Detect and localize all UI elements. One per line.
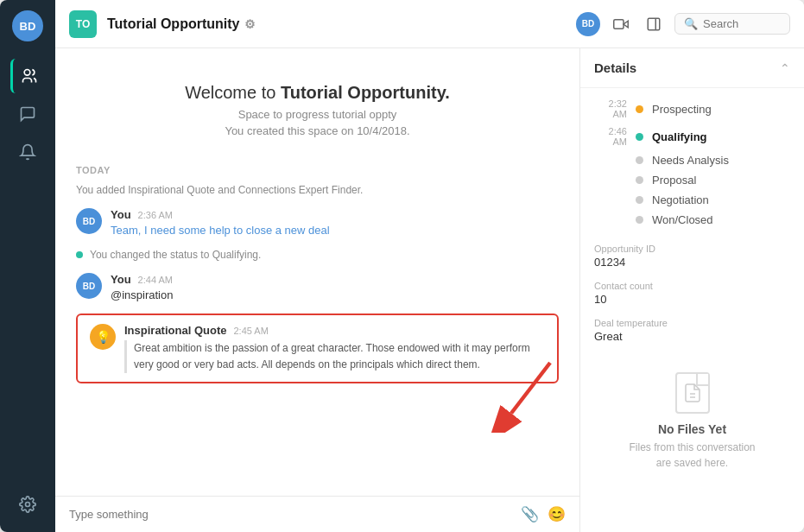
- chat-input-area: 📎 😊: [55, 496, 579, 532]
- stage-dot-1: [636, 133, 643, 141]
- msg-content-1: You 2:36 AM Team, I need some help to cl…: [111, 208, 559, 237]
- details-title: Details: [594, 60, 636, 75]
- svg-point-1: [26, 503, 30, 507]
- msg-content-2: You 2:44 AM @inspiration: [111, 273, 559, 301]
- stage-time-0: 2:32 AM: [594, 98, 627, 119]
- details-content: 2:32 AM Prospecting 2:46 AM Qualifying: [580, 88, 804, 532]
- stage-label-3: Proposal: [652, 174, 696, 187]
- svg-rect-3: [614, 19, 624, 28]
- stage-dot-3: [636, 176, 643, 184]
- day-label: TODAY: [76, 165, 559, 175]
- left-navigation: BD: [0, 0, 55, 532]
- stage-dot-0: [636, 105, 643, 113]
- stage-dot-2: [636, 156, 643, 164]
- user-avatar-main[interactable]: BD: [12, 10, 43, 41]
- sidebar-item-chat[interactable]: [10, 97, 45, 131]
- stage-label-2: Needs Analysis: [652, 154, 729, 167]
- stage-label-4: Negotiation: [652, 193, 709, 206]
- stage-item-5: Won/Closed: [594, 213, 790, 226]
- msg-author-2: You: [111, 273, 131, 286]
- video-icon[interactable]: [609, 12, 633, 36]
- pipeline-stages: 2:32 AM Prospecting 2:46 AM Qualifying: [594, 98, 790, 226]
- msg-author-1: You: [111, 208, 131, 221]
- detail-label-1: Contact count: [594, 281, 790, 291]
- stage-item-4: Negotiation: [594, 193, 790, 206]
- quote-text: Great ambition is the passion of a great…: [124, 340, 545, 373]
- stage-dot-4: [636, 196, 643, 204]
- status-change: You changed the status to Qualifying.: [76, 249, 559, 261]
- msg-avatar-1: BD: [76, 208, 102, 234]
- chat-input[interactable]: [69, 508, 512, 521]
- stage-label-0: Prospecting: [652, 103, 712, 116]
- detail-label-2: Deal temperature: [594, 318, 790, 328]
- file-icon: [675, 372, 710, 414]
- settings-icon[interactable]: ⚙: [244, 17, 256, 31]
- detail-field-1: Contact count 10: [594, 281, 790, 306]
- sidebar-item-people[interactable]: [10, 59, 45, 93]
- detail-field-2: Deal temperature Great: [594, 318, 790, 343]
- panel-toggle-icon[interactable]: [642, 12, 666, 36]
- search-icon: 🔍: [684, 17, 698, 30]
- no-files-section: No Files Yet Files from this conversatio…: [594, 355, 790, 488]
- search-input[interactable]: [703, 17, 781, 30]
- status-dot: [76, 251, 83, 258]
- attach-icon[interactable]: 📎: [521, 505, 539, 523]
- header-actions: BD 🔍: [576, 12, 790, 36]
- msg-text-1: Team, I need some help to close a new de…: [111, 224, 559, 237]
- stage-label-1: Qualifying: [652, 130, 707, 143]
- welcome-created: You created this space on 10/4/2018.: [76, 124, 559, 137]
- space-title: Tutorial Opportunity ⚙: [107, 16, 256, 32]
- main-panel: TO Tutorial Opportunity ⚙ BD 🔍: [55, 0, 804, 532]
- right-panel-header: Details ⌃: [580, 48, 804, 88]
- stage-item-2: Needs Analysis: [594, 154, 790, 167]
- highlighted-message: 💡 Inspirational Quote 2:45 AM Great ambi…: [76, 314, 559, 383]
- space-avatar: TO: [69, 10, 97, 38]
- no-files-title: No Files Yet: [658, 422, 726, 436]
- detail-field-0: Opportunity ID 01234: [594, 244, 790, 269]
- stage-label-5: Won/Closed: [652, 213, 713, 226]
- detail-value-2: Great: [594, 330, 790, 343]
- chat-message-2: BD You 2:44 AM @inspiration: [76, 273, 559, 301]
- quote-time: 2:45 AM: [233, 326, 268, 336]
- highlighted-content: Inspirational Quote 2:45 AM Great ambiti…: [124, 324, 545, 373]
- msg-time-1: 2:36 AM: [138, 210, 173, 220]
- header-user-avatar: BD: [576, 12, 600, 36]
- chat-message-1: BD You 2:36 AM Team, I need some help to…: [76, 208, 559, 237]
- svg-point-0: [24, 70, 30, 76]
- svg-marker-2: [624, 21, 628, 28]
- stage-item-1: 2:46 AM Qualifying: [594, 126, 790, 147]
- stage-dot-5: [636, 216, 643, 224]
- stage-time-1: 2:46 AM: [594, 126, 627, 147]
- stage-item-3: Proposal: [594, 174, 790, 187]
- quote-author: Inspirational Quote: [124, 324, 226, 337]
- no-files-subtitle: Files from this conversationare saved he…: [629, 440, 755, 471]
- welcome-section: Welcome to Tutorial Opportunity. Space t…: [76, 66, 559, 165]
- svg-rect-4: [648, 18, 660, 30]
- detail-value-1: 10: [594, 293, 790, 306]
- search-box[interactable]: 🔍: [674, 13, 790, 35]
- app-header: TO Tutorial Opportunity ⚙ BD 🔍: [55, 0, 804, 48]
- chat-input-actions: 📎 😊: [521, 505, 566, 523]
- sidebar-item-settings[interactable]: [10, 487, 45, 522]
- chat-area: Welcome to Tutorial Opportunity. Space t…: [55, 48, 579, 532]
- collapse-icon[interactable]: ⌃: [780, 61, 790, 75]
- system-message: You added Inspirational Quote and Connec…: [76, 184, 559, 196]
- quote-avatar: 💡: [90, 324, 116, 350]
- detail-label-0: Opportunity ID: [594, 244, 790, 254]
- sidebar-item-notifications[interactable]: [10, 135, 45, 169]
- chat-messages: Welcome to Tutorial Opportunity. Space t…: [55, 48, 579, 496]
- msg-avatar-2: BD: [76, 273, 102, 299]
- stage-item-0: 2:32 AM Prospecting: [594, 98, 790, 119]
- welcome-title: Welcome to Tutorial Opportunity.: [76, 83, 559, 103]
- right-panel: Details ⌃ 2:32 AM Prospecting 2:46 AM: [579, 48, 804, 532]
- welcome-subtitle: Space to progress tutorial oppty: [76, 108, 559, 121]
- content-area: Welcome to Tutorial Opportunity. Space t…: [55, 48, 804, 532]
- detail-value-0: 01234: [594, 256, 790, 269]
- msg-text-2: @inspiration: [111, 288, 559, 301]
- msg-time-2: 2:44 AM: [138, 275, 173, 285]
- emoji-icon[interactable]: 😊: [548, 505, 566, 523]
